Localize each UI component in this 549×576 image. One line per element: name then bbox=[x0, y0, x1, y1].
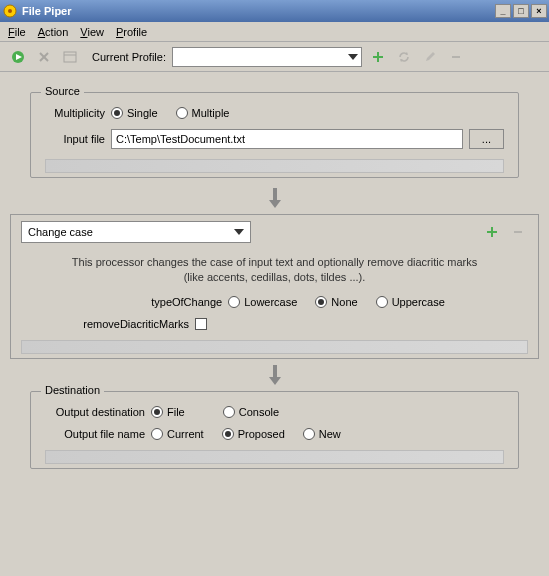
radio-single[interactable]: Single bbox=[111, 107, 158, 119]
minimize-button[interactable]: _ bbox=[495, 4, 511, 18]
multiplicity-label: Multiplicity bbox=[45, 107, 105, 119]
menu-file[interactable]: File bbox=[8, 26, 26, 38]
radio-uppercase[interactable]: Uppercase bbox=[376, 296, 445, 308]
radio-none[interactable]: None bbox=[315, 296, 357, 308]
removediacritic-checkbox[interactable] bbox=[195, 318, 207, 330]
svg-rect-6 bbox=[64, 52, 76, 62]
menu-profile[interactable]: Profile bbox=[116, 26, 147, 38]
svg-marker-15 bbox=[269, 200, 281, 208]
typeofchange-label: typeOfChange bbox=[92, 296, 222, 308]
processor-select[interactable]: Change case bbox=[21, 221, 251, 243]
toolbar: Current Profile: bbox=[0, 42, 549, 72]
cancel-icon bbox=[34, 47, 54, 67]
destination-group: Destination Output destination File Cons… bbox=[30, 391, 519, 469]
input-file-label: Input file bbox=[45, 133, 105, 145]
source-group: Source Multiplicity Single Multiple Inpu… bbox=[30, 92, 519, 178]
processor-value: Change case bbox=[28, 226, 93, 238]
destination-strip bbox=[45, 450, 504, 464]
radio-proposed[interactable]: Proposed bbox=[222, 428, 285, 440]
menubar: File Action View Profile bbox=[0, 22, 549, 42]
source-strip bbox=[45, 159, 504, 173]
titlebar: File Piper _ □ × bbox=[0, 0, 549, 22]
radio-current[interactable]: Current bbox=[151, 428, 204, 440]
remove-icon bbox=[446, 47, 466, 67]
radio-console[interactable]: Console bbox=[223, 406, 279, 418]
input-file-field[interactable] bbox=[111, 129, 463, 149]
destination-legend: Destination bbox=[41, 384, 104, 396]
radio-file[interactable]: File bbox=[151, 406, 185, 418]
output-name-label: Output file name bbox=[45, 428, 145, 440]
chevron-down-icon bbox=[234, 229, 244, 235]
processor-group: Change case This processor changes the c… bbox=[10, 214, 539, 359]
processor-description: This processor changes the case of input… bbox=[61, 255, 488, 286]
radio-multiple[interactable]: Multiple bbox=[176, 107, 230, 119]
arrow-down-icon bbox=[30, 186, 519, 210]
profile-label: Current Profile: bbox=[92, 51, 166, 63]
radio-lowercase[interactable]: Lowercase bbox=[228, 296, 297, 308]
run-icon[interactable] bbox=[8, 47, 28, 67]
add-profile-icon[interactable] bbox=[368, 47, 388, 67]
svg-marker-12 bbox=[426, 52, 435, 61]
console-icon bbox=[60, 47, 80, 67]
menu-view[interactable]: View bbox=[80, 26, 104, 38]
source-legend: Source bbox=[41, 85, 84, 97]
browse-button[interactable]: ... bbox=[469, 129, 504, 149]
add-processor-icon[interactable] bbox=[482, 222, 502, 242]
chevron-down-icon bbox=[348, 54, 358, 60]
remove-processor-icon bbox=[508, 222, 528, 242]
content: Source Multiplicity Single Multiple Inpu… bbox=[0, 72, 549, 487]
removediacritic-label: removeDiacriticMarks bbox=[21, 318, 189, 330]
svg-point-1 bbox=[8, 9, 12, 13]
edit-icon bbox=[420, 47, 440, 67]
window-title: File Piper bbox=[22, 5, 72, 17]
radio-new[interactable]: New bbox=[303, 428, 341, 440]
app-icon bbox=[2, 3, 18, 19]
refresh-icon bbox=[394, 47, 414, 67]
maximize-button[interactable]: □ bbox=[513, 4, 529, 18]
profile-select[interactable] bbox=[172, 47, 362, 67]
processor-strip bbox=[21, 340, 528, 354]
menu-action[interactable]: Action bbox=[38, 26, 69, 38]
output-dest-label: Output destination bbox=[45, 406, 145, 418]
svg-marker-20 bbox=[269, 377, 281, 385]
close-button[interactable]: × bbox=[531, 4, 547, 18]
